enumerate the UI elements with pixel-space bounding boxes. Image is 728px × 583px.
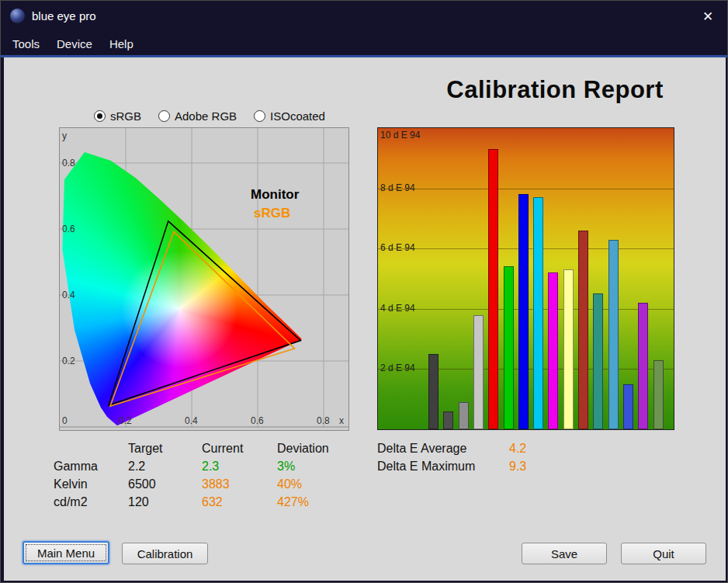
delta-e-bar-10 — [563, 269, 574, 429]
row-kelvin-current: 3883 — [202, 477, 230, 491]
delta-e-bar-5 — [488, 149, 498, 429]
gamut-triangles-overlay — [60, 128, 348, 430]
monitor-gamut-triangle — [109, 221, 300, 405]
delta-e-bar-chart: 10 d E 948 d E 946 d E 944 d E 942 d E 9… — [377, 127, 674, 430]
y-tick-0.6: 0.6 — [62, 224, 75, 234]
y-axis-label: y — [62, 130, 67, 141]
row-kelvin-deviation: 40% — [277, 477, 302, 491]
delta-e-average-value: 4.2 — [509, 442, 526, 456]
delta-e-bar-1 — [428, 354, 439, 429]
delta-e-bar-7 — [518, 194, 529, 429]
save-button[interactable]: Save — [522, 543, 607, 564]
client-area: Calibration Report sRGB Adobe RGB ISOcoa… — [4, 57, 726, 581]
row-cdm2-target: 120 — [128, 495, 149, 509]
row-gamma-deviation: 3% — [277, 460, 295, 474]
quit-button[interactable]: Quit — [621, 543, 706, 564]
legend-srgb: sRGB — [254, 206, 290, 221]
radio-isocoated-label: ISOcoated — [270, 109, 325, 123]
x-tick-0: 0 — [62, 415, 68, 426]
radio-circle-icon — [158, 110, 170, 122]
delta-e-bar-12 — [593, 293, 603, 429]
table-header-current: Current — [202, 442, 243, 456]
title-bar[interactable]: blue eye pro ✕ — [1, 1, 727, 32]
y-tick-0.2: 0.2 — [62, 356, 75, 366]
row-gamma-label: Gamma — [54, 460, 98, 474]
color-space-selector: sRGB Adobe RGB ISOcoated — [94, 109, 325, 123]
row-kelvin-target: 6500 — [128, 477, 156, 491]
delta-e-maximum-value: 9.3 — [509, 460, 526, 474]
delta-e-bar-14 — [623, 384, 633, 429]
menu-item-tools[interactable]: Tools — [4, 34, 48, 54]
delta-e-bar-3 — [459, 402, 469, 429]
x-tick-0.2: 0.2 — [119, 415, 132, 426]
radio-srgb[interactable]: sRGB — [94, 109, 141, 123]
row-cdm2-label: cd/m2 — [54, 495, 88, 509]
legend-monitor: Monitor — [251, 187, 299, 203]
row-cdm2-current: 632 — [202, 495, 223, 509]
delta-e-bar-6 — [504, 266, 514, 429]
delta-e-average-label: Delta E Average — [377, 442, 466, 456]
menu-item-device[interactable]: Device — [48, 34, 101, 54]
radio-adobe-rgb[interactable]: Adobe RGB — [158, 109, 237, 123]
delta-e-maximum-label: Delta E Maximum — [377, 460, 475, 474]
delta-e-bar-9 — [548, 272, 558, 429]
delta-e-bar-16 — [653, 360, 664, 429]
delta-e-bar-4 — [473, 315, 484, 429]
radio-adobe-rgb-label: Adobe RGB — [175, 109, 237, 123]
srgb-gamut-triangle — [110, 231, 295, 406]
y-tick-0.8: 0.8 — [62, 158, 75, 168]
window-title: blue eye pro — [32, 9, 96, 23]
radio-circle-icon — [254, 110, 265, 122]
delta-e-bar-13 — [608, 240, 619, 429]
delta-e-bar-8 — [533, 197, 543, 429]
menu-bar: Tools Device Help — [1, 32, 727, 55]
x-tick-0.4: 0.4 — [185, 415, 198, 426]
delta-e-bar-11 — [578, 231, 588, 429]
table-header-deviation: Deviation — [277, 442, 329, 456]
delta-e-bar-2 — [443, 411, 453, 429]
x-tick-0.6: 0.6 — [251, 415, 264, 426]
y-tick-0.4: 0.4 — [62, 290, 75, 300]
page-title: Calibration Report — [392, 76, 718, 104]
cie-chromaticity-diagram: 00.20.40.60.80.80.60.40.2 y x Monitor sR… — [59, 127, 349, 431]
main-menu-button[interactable]: Main Menu — [23, 541, 109, 564]
calibration-button[interactable]: Calibration — [122, 543, 208, 564]
bar-series — [378, 128, 674, 429]
close-icon[interactable]: ✕ — [698, 7, 718, 26]
row-cdm2-deviation: 427% — [277, 495, 309, 509]
delta-e-bar-15 — [638, 303, 648, 429]
radio-srgb-label: sRGB — [110, 109, 141, 123]
row-gamma-current: 2.3 — [202, 460, 219, 474]
table-header-target: Target — [128, 442, 162, 456]
x-axis-label: x — [339, 415, 344, 426]
radio-isocoated[interactable]: ISOcoated — [254, 109, 325, 123]
app-window: blue eye pro ✕ Tools Device Help Calibra… — [0, 0, 728, 583]
row-kelvin-label: Kelvin — [54, 477, 88, 491]
x-tick-0.8: 0.8 — [317, 415, 330, 426]
app-sphere-icon — [10, 9, 25, 23]
menu-item-help[interactable]: Help — [101, 34, 142, 54]
radio-circle-icon — [94, 110, 106, 122]
row-gamma-target: 2.2 — [128, 460, 145, 474]
